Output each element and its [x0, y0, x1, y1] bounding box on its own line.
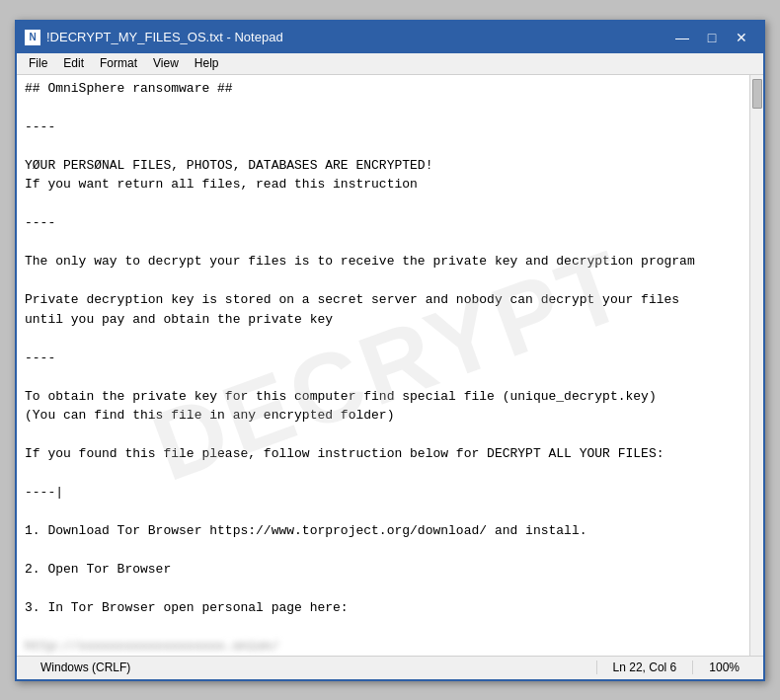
maximize-button[interactable]: □	[698, 27, 726, 48]
status-zoom: 100%	[693, 661, 755, 674]
minimize-button[interactable]: —	[668, 27, 696, 48]
vertical-scrollbar[interactable]	[749, 75, 763, 656]
title-bar-left: N !DECRYPT_MY_FILES_OS.txt - Notepad	[25, 30, 283, 45]
menu-edit[interactable]: Edit	[55, 54, 92, 72]
window-controls: — □ ✕	[668, 27, 755, 48]
text-editor[interactable]: ## OmniSphere ransomware ## ---- YØUR PE…	[17, 75, 749, 656]
scrollbar-thumb[interactable]	[752, 79, 762, 109]
window-title: !DECRYPT_MY_FILES_OS.txt - Notepad	[46, 30, 283, 44]
status-bar: Windows (CRLF) Ln 22, Col 6 100%	[17, 656, 763, 679]
editor-area: ## OmniSphere ransomware ## ---- YØUR PE…	[17, 75, 763, 656]
close-button[interactable]: ✕	[728, 27, 755, 48]
status-position: Ln 22, Col 6	[597, 661, 694, 674]
title-bar: N !DECRYPT_MY_FILES_OS.txt - Notepad — □…	[17, 22, 763, 53]
notepad-window: N !DECRYPT_MY_FILES_OS.txt - Notepad — □…	[15, 20, 765, 681]
menu-view[interactable]: View	[145, 54, 187, 72]
status-encoding: Windows (CRLF)	[25, 661, 597, 674]
menu-help[interactable]: Help	[187, 54, 227, 72]
blurred-url: http://xxxxxxxxxxxxxxxxxxx.onion/	[25, 639, 278, 654]
menu-format[interactable]: Format	[92, 54, 145, 72]
menu-file[interactable]: File	[21, 54, 55, 72]
menu-bar: File Edit Format View Help	[17, 53, 763, 75]
app-icon: N	[25, 30, 40, 45]
